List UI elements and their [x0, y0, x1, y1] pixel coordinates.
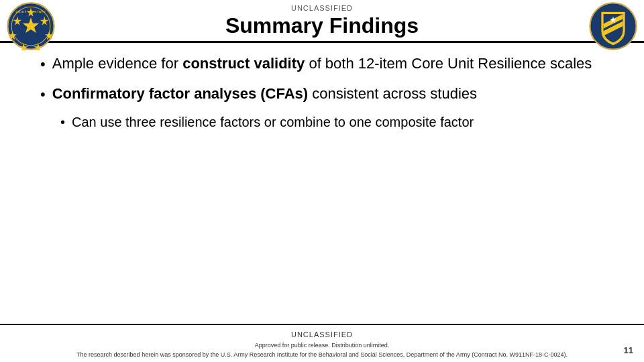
bullet-text-2: Confirmatory factor analyses (CFAs) cons…	[52, 84, 604, 104]
bullet-item-2: • Confirmatory factor analyses (CFAs) co…	[40, 84, 604, 105]
sub-bullet-dot-1: •	[60, 113, 65, 131]
sub-bullet-item-1: • Can use three resilience factors or co…	[60, 113, 604, 131]
sub-bullet-text-1: Can use three resilience factors or comb…	[72, 113, 474, 131]
footer-unclassified-label: UNCLASSIFIED	[27, 329, 617, 341]
bullet-dot-1: •	[40, 54, 46, 74]
left-logo: CHIEF OF STAFF	[7, 2, 55, 50]
footer: UNCLASSIFIED Approved for public release…	[0, 324, 644, 363]
title-row: CHIEF OF STAFF Summary Findings	[0, 13, 644, 38]
footer-line2: The research described herein was sponso…	[27, 351, 617, 360]
slide: UNCLASSIFIED CHIEF OF STAFF Summa	[0, 0, 644, 362]
bullet-dot-2: •	[40, 84, 46, 105]
content-area: • Ample evidence for construct validity …	[0, 47, 644, 324]
title-divider	[0, 41, 644, 43]
bullet-text-1: Ample evidence for construct validity of…	[52, 54, 604, 74]
page-number: 11	[624, 344, 633, 357]
footer-line1: Approved for public release. Distributio…	[27, 341, 617, 351]
right-logo	[589, 2, 637, 50]
page-title: Summary Findings	[225, 13, 419, 38]
top-unclassified-label: UNCLASSIFIED	[0, 0, 644, 13]
svg-text:CHIEF OF STAFF: CHIEF OF STAFF	[16, 9, 46, 13]
bullet-item-1: • Ample evidence for construct validity …	[40, 54, 604, 74]
